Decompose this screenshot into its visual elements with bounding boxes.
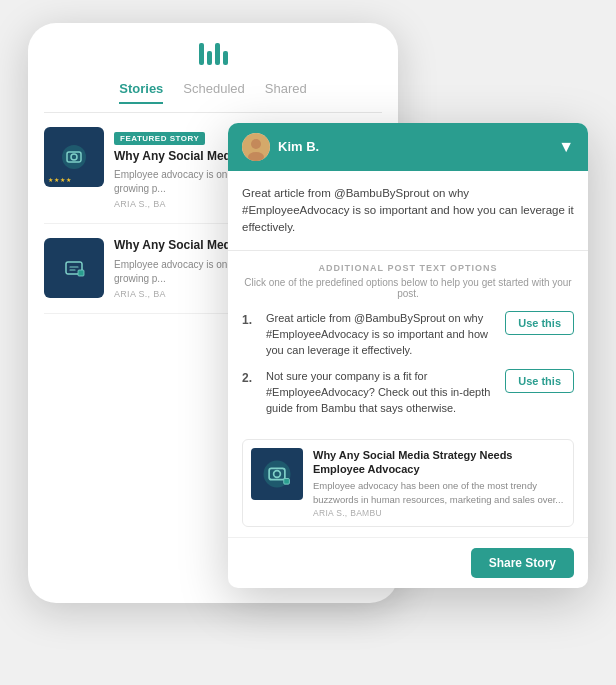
tab-stories[interactable]: Stories [119,81,163,104]
app-logo [44,43,382,69]
modal-preview-card: Why Any Social Media Strategy Needs Empl… [242,439,574,527]
use-this-button-1[interactable]: Use this [505,311,574,335]
option-row-1: 1. Great article from @BambuBySprout on … [242,311,574,359]
options-sublabel: Click one of the predefined options belo… [242,277,574,299]
preview-thumbnail [251,448,303,500]
modal-footer: Share Story [228,537,588,588]
chevron-down-icon: ▼ [558,138,574,156]
story-thumbnail-1: ★★★★ [44,127,104,187]
story-thumbnail-2 [44,238,104,298]
preview-title: Why Any Social Media Strategy Needs Empl… [313,448,565,477]
tab-scheduled[interactable]: Scheduled [183,81,244,104]
compose-text: Great article from @BambuBySprout on why… [242,185,574,237]
scene: Stories Scheduled Shared ★★★★ [28,23,588,663]
svg-rect-11 [284,478,290,484]
modal-compose-area: Great article from @BambuBySprout on why… [228,171,588,252]
modal-header[interactable]: Kim B. ▼ [228,123,588,171]
use-this-button-2[interactable]: Use this [505,369,574,393]
user-avatar [242,133,270,161]
options-label: ADDITIONAL POST TEXT OPTIONS [242,263,574,273]
option-num-2: 2. [242,371,256,385]
preview-content: Why Any Social Media Strategy Needs Empl… [313,448,565,518]
story-stars: ★★★★ [48,176,71,183]
tab-shared[interactable]: Shared [265,81,307,104]
modal-card: Kim B. ▼ Great article from @BambuBySpro… [228,123,588,589]
preview-excerpt: Employee advocacy has been one of the mo… [313,479,565,506]
option-num-1: 1. [242,313,256,327]
svg-point-0 [62,145,86,169]
modal-options-section: ADDITIONAL POST TEXT OPTIONS Click one o… [228,251,588,439]
user-name: Kim B. [278,139,319,154]
svg-point-6 [251,139,261,149]
svg-rect-4 [78,270,84,276]
modal-header-left: Kim B. [242,133,319,161]
option-text-2: Not sure your company is a fit for #Empl… [266,369,495,417]
nav-tabs: Stories Scheduled Shared [44,81,382,113]
option-text-1: Great article from @BambuBySprout on why… [266,311,495,359]
featured-badge: FEATURED STORY [114,132,205,145]
option-row-2: 2. Not sure your company is a fit for #E… [242,369,574,417]
share-story-button[interactable]: Share Story [471,548,574,578]
preview-meta: ARIA S., BAMBU [313,508,565,518]
